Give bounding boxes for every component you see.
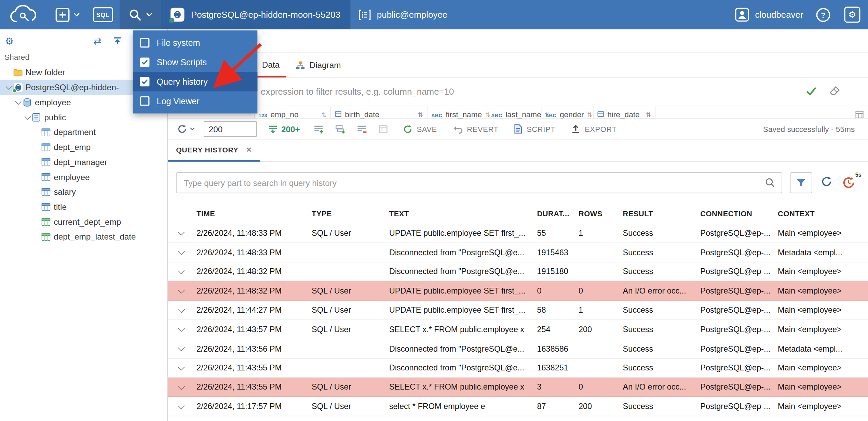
user-menu-button[interactable]: cloudbeaver bbox=[728, 0, 810, 29]
delete-row-button[interactable] bbox=[356, 124, 367, 134]
settings-button[interactable]: ⚙ bbox=[837, 0, 868, 29]
tree-item-salary[interactable]: salary bbox=[0, 184, 167, 199]
history-row[interactable]: 2/26/2024, 11:17:57 PMSQL / Userselect *… bbox=[168, 397, 868, 416]
column-header-hire_date[interactable]: hire_date⇅ bbox=[594, 106, 655, 119]
new-connection-button[interactable] bbox=[48, 0, 86, 29]
connection-selector[interactable]: PostgreSQL@ep-hidden-moon-55203 bbox=[161, 0, 350, 29]
close-icon[interactable]: × bbox=[246, 144, 252, 155]
add-row-button[interactable] bbox=[313, 124, 324, 134]
row-expand-chevron-icon[interactable] bbox=[177, 385, 185, 390]
sort-icon[interactable]: ⇅ bbox=[322, 111, 327, 118]
row-expand-chevron-icon[interactable] bbox=[177, 250, 185, 255]
checkbox-checked-icon[interactable] bbox=[140, 77, 150, 86]
history-row-expand[interactable] bbox=[168, 346, 194, 351]
column-header-last_name[interactable]: ABClast_name⇅ bbox=[487, 106, 542, 119]
history-row-expand[interactable] bbox=[168, 269, 194, 274]
history-search-input[interactable] bbox=[176, 172, 782, 193]
history-row-expand[interactable] bbox=[168, 404, 194, 409]
column-header-first_name[interactable]: ABCfirst_name⇅ bbox=[428, 106, 487, 119]
history-row-expand[interactable] bbox=[168, 365, 194, 370]
menu-item-show-scripts[interactable]: Show Scripts bbox=[133, 53, 258, 72]
collapse-all-icon[interactable] bbox=[111, 35, 124, 47]
history-column-header-text[interactable]: TEXT bbox=[387, 209, 535, 218]
checkbox-unchecked-icon[interactable] bbox=[140, 96, 150, 106]
history-filter-button[interactable] bbox=[790, 172, 812, 193]
sync-connections-icon[interactable]: ⇄ bbox=[91, 35, 104, 47]
history-row-expand[interactable] bbox=[168, 327, 194, 332]
history-row[interactable]: 2/26/2024, 11:43:55 PMSQL / UserSELECT x… bbox=[168, 378, 868, 397]
sidebar-settings-gear-icon[interactable]: ⚙ bbox=[3, 35, 16, 47]
menu-item-file-system[interactable]: File system bbox=[133, 33, 258, 53]
sql-editor-button[interactable]: SQL bbox=[86, 0, 120, 29]
auto-refresh-button[interactable]: 5s bbox=[841, 175, 856, 190]
tree-item-department[interactable]: department bbox=[0, 125, 167, 140]
sort-icon[interactable]: ⇅ bbox=[646, 111, 651, 118]
row-expand-chevron-icon[interactable] bbox=[177, 346, 185, 351]
row-expand-chevron-icon[interactable] bbox=[177, 231, 185, 236]
row-expand-chevron-icon[interactable] bbox=[177, 308, 185, 313]
history-column-header-result[interactable]: RESULT bbox=[621, 209, 698, 218]
history-row[interactable]: 2/26/2024, 11:48:33 PMDisconnected from … bbox=[168, 243, 868, 262]
history-row[interactable]: 2/26/2024, 11:48:32 PMSQL / UserUPDATE p… bbox=[168, 282, 868, 301]
history-row-expand[interactable] bbox=[168, 288, 194, 294]
history-row[interactable]: 2/26/2024, 11:48:32 PMDisconnected from … bbox=[168, 262, 868, 281]
help-button[interactable]: ? bbox=[810, 0, 837, 29]
checkbox-checked-icon[interactable] bbox=[140, 57, 150, 67]
apply-filter-check-icon[interactable] bbox=[805, 86, 817, 98]
revert-button[interactable]: REVERT bbox=[452, 124, 498, 134]
export-button[interactable]: EXPORT bbox=[571, 124, 617, 134]
history-refresh-button[interactable] bbox=[820, 175, 833, 190]
row-limit-input[interactable] bbox=[204, 121, 257, 137]
tab-diagram[interactable]: Diagram bbox=[288, 53, 349, 78]
row-expand-chevron-icon[interactable] bbox=[177, 327, 185, 332]
menu-item-query-history[interactable]: Query history bbox=[133, 72, 258, 92]
history-column-header-type[interactable]: TYPE bbox=[310, 209, 387, 218]
history-row-expand[interactable] bbox=[168, 231, 194, 236]
row-expand-chevron-icon[interactable] bbox=[177, 288, 185, 294]
row-expand-chevron-icon[interactable] bbox=[177, 269, 185, 274]
row-expand-chevron-icon[interactable] bbox=[177, 404, 185, 409]
tools-menu-button[interactable] bbox=[120, 0, 161, 29]
history-column-header-rows[interactable]: ROWS bbox=[576, 209, 621, 218]
column-header-emp_no[interactable]: 123emp_no⇅ bbox=[255, 106, 331, 119]
history-row[interactable]: 2/26/2024, 11:43:56 PMDisconnected from … bbox=[168, 339, 868, 358]
cloudbeaver-logo-icon[interactable] bbox=[0, 0, 48, 29]
history-row-expand[interactable] bbox=[168, 385, 194, 390]
tree-item-current-dept-emp[interactable]: current_dept_emp bbox=[0, 214, 167, 229]
clear-filter-eraser-icon[interactable] bbox=[829, 86, 840, 98]
checkbox-unchecked-icon[interactable] bbox=[140, 38, 150, 48]
tree-item-title[interactable]: title bbox=[0, 199, 167, 214]
history-row[interactable]: 2/26/2024, 11:48:33 PMSQL / UserUPDATE p… bbox=[168, 223, 868, 243]
history-column-header-connection[interactable]: CONNECTION bbox=[698, 209, 776, 218]
expand-chevron-icon[interactable] bbox=[4, 85, 13, 90]
column-header-gender[interactable]: ABCgender⇅ bbox=[541, 106, 593, 119]
history-row-expand[interactable] bbox=[168, 250, 194, 255]
tree-item-dept-emp[interactable]: dept_emp bbox=[0, 139, 167, 154]
expand-chevron-icon[interactable] bbox=[14, 100, 23, 104]
history-column-header-context[interactable]: CONTEXT bbox=[776, 209, 868, 218]
menu-item-log-viewer[interactable]: Log Viewer bbox=[133, 91, 258, 111]
row-expand-chevron-icon[interactable] bbox=[177, 365, 185, 370]
tab-query-history[interactable]: QUERY HISTORY × bbox=[168, 139, 260, 162]
tree-item-dept-emp-latest-date[interactable]: dept_emp_latest_date bbox=[0, 229, 167, 244]
fetch-next-segment-button[interactable]: 200+ bbox=[268, 124, 300, 134]
script-button[interactable]: SCRIPT bbox=[514, 124, 555, 134]
tree-item-employee[interactable]: employee bbox=[0, 169, 167, 185]
edit-grid-button[interactable] bbox=[378, 125, 388, 134]
history-column-header-durat-[interactable]: DURAT... bbox=[535, 209, 577, 218]
duplicate-row-button[interactable] bbox=[335, 124, 345, 134]
history-row[interactable]: 2/26/2024, 11:43:55 PMDisconnected from … bbox=[168, 358, 868, 378]
schema-selector[interactable]: public@employee bbox=[350, 0, 455, 29]
history-row[interactable]: 2/26/2024, 11:43:57 PMSQL / UserSELECT x… bbox=[168, 320, 868, 339]
expand-chevron-icon[interactable] bbox=[23, 115, 32, 119]
history-row[interactable]: 2/26/2024, 11:44:27 PMSQL / UserUPDATE p… bbox=[168, 301, 868, 320]
save-button[interactable]: SAVE bbox=[402, 124, 437, 134]
history-row-expand[interactable] bbox=[168, 308, 194, 313]
sort-icon[interactable]: ⇅ bbox=[587, 111, 592, 118]
column-header-birth_date[interactable]: birth_date⇅ bbox=[331, 106, 428, 119]
sort-icon[interactable]: ⇅ bbox=[418, 111, 423, 118]
filter-input[interactable] bbox=[260, 83, 736, 101]
refresh-results-button[interactable] bbox=[177, 123, 195, 134]
tree-item-dept-manager[interactable]: dept_manager bbox=[0, 154, 167, 169]
history-column-header-time[interactable]: TIME bbox=[194, 209, 310, 218]
